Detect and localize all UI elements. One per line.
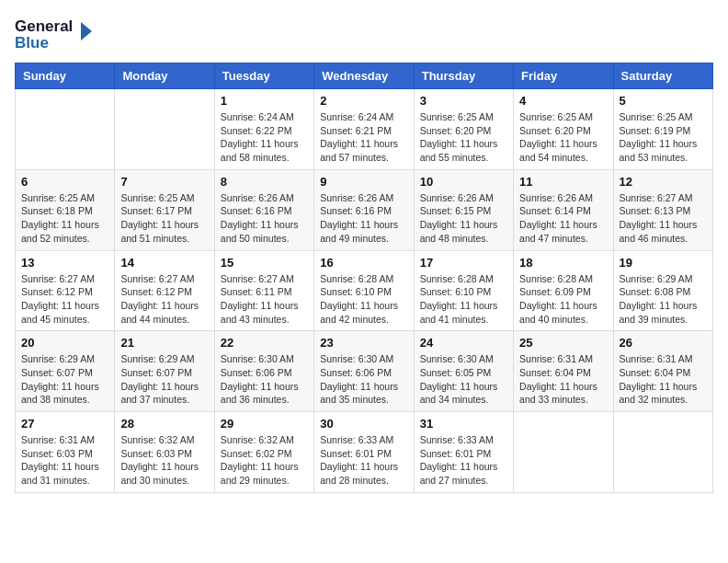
day-number: 9: [320, 175, 407, 189]
day-cell: 3Sunrise: 6:25 AM Sunset: 6:20 PM Daylig…: [414, 89, 513, 170]
day-header-saturday: Saturday: [613, 63, 712, 89]
day-detail: Sunrise: 6:30 AM Sunset: 6:05 PM Dayligh…: [420, 352, 507, 407]
day-detail: Sunrise: 6:25 AM Sunset: 6:18 PM Dayligh…: [21, 191, 108, 246]
day-cell: 6Sunrise: 6:25 AM Sunset: 6:18 PM Daylig…: [16, 169, 115, 250]
week-row-1: 1Sunrise: 6:24 AM Sunset: 6:22 PM Daylig…: [16, 89, 713, 170]
day-detail: Sunrise: 6:25 AM Sunset: 6:19 PM Dayligh…: [620, 110, 707, 165]
day-detail: Sunrise: 6:30 AM Sunset: 6:06 PM Dayligh…: [221, 352, 308, 407]
day-number: 14: [120, 256, 208, 270]
day-cell: 15Sunrise: 6:27 AM Sunset: 6:11 PM Dayli…: [214, 250, 313, 331]
logo: GeneralBlue: [15, 15, 97, 52]
svg-text:Blue: Blue: [15, 34, 49, 52]
week-row-2: 6Sunrise: 6:25 AM Sunset: 6:18 PM Daylig…: [16, 169, 713, 250]
day-detail: Sunrise: 6:31 AM Sunset: 6:04 PM Dayligh…: [519, 352, 607, 407]
day-cell: 30Sunrise: 6:33 AM Sunset: 6:01 PM Dayli…: [314, 412, 414, 493]
day-detail: Sunrise: 6:30 AM Sunset: 6:06 PM Dayligh…: [320, 352, 407, 407]
day-number: 5: [620, 94, 707, 108]
day-cell: [115, 89, 214, 170]
day-number: 30: [320, 417, 407, 431]
day-cell: 10Sunrise: 6:26 AM Sunset: 6:15 PM Dayli…: [414, 169, 513, 250]
day-cell: 8Sunrise: 6:26 AM Sunset: 6:16 PM Daylig…: [214, 169, 313, 250]
day-header-monday: Monday: [115, 63, 214, 89]
day-detail: Sunrise: 6:24 AM Sunset: 6:21 PM Dayligh…: [320, 110, 407, 165]
day-number: 24: [420, 336, 507, 350]
day-number: 3: [420, 94, 507, 108]
day-header-wednesday: Wednesday: [314, 63, 414, 89]
day-number: 22: [221, 336, 308, 350]
calendar-table: SundayMondayTuesdayWednesdayThursdayFrid…: [15, 63, 713, 493]
day-cell: 9Sunrise: 6:26 AM Sunset: 6:16 PM Daylig…: [314, 169, 414, 250]
day-number: 7: [120, 175, 208, 189]
day-cell: 17Sunrise: 6:28 AM Sunset: 6:10 PM Dayli…: [414, 250, 513, 331]
day-cell: 31Sunrise: 6:33 AM Sunset: 6:01 PM Dayli…: [414, 412, 513, 493]
day-detail: Sunrise: 6:25 AM Sunset: 6:17 PM Dayligh…: [120, 191, 208, 246]
day-number: 18: [519, 256, 607, 270]
days-header-row: SundayMondayTuesdayWednesdayThursdayFrid…: [16, 63, 713, 89]
day-number: 29: [221, 417, 308, 431]
day-header-tuesday: Tuesday: [214, 63, 313, 89]
logo-svg: GeneralBlue: [15, 15, 97, 52]
day-number: 15: [221, 256, 308, 270]
day-number: 11: [519, 175, 607, 189]
day-number: 21: [120, 336, 208, 350]
day-detail: Sunrise: 6:25 AM Sunset: 6:20 PM Dayligh…: [420, 110, 507, 165]
day-cell: 7Sunrise: 6:25 AM Sunset: 6:17 PM Daylig…: [115, 169, 214, 250]
day-number: 13: [21, 256, 108, 270]
week-row-5: 27Sunrise: 6:31 AM Sunset: 6:03 PM Dayli…: [16, 412, 713, 493]
day-cell: 22Sunrise: 6:30 AM Sunset: 6:06 PM Dayli…: [214, 331, 313, 412]
day-number: 8: [221, 175, 308, 189]
day-number: 23: [320, 336, 407, 350]
day-cell: 27Sunrise: 6:31 AM Sunset: 6:03 PM Dayli…: [16, 412, 115, 493]
day-detail: Sunrise: 6:27 AM Sunset: 6:12 PM Dayligh…: [21, 272, 108, 327]
day-cell: 19Sunrise: 6:29 AM Sunset: 6:08 PM Dayli…: [613, 250, 712, 331]
day-number: 2: [320, 94, 407, 108]
week-row-4: 20Sunrise: 6:29 AM Sunset: 6:07 PM Dayli…: [16, 331, 713, 412]
day-number: 10: [420, 175, 507, 189]
day-cell: 26Sunrise: 6:31 AM Sunset: 6:04 PM Dayli…: [613, 331, 712, 412]
day-cell: 11Sunrise: 6:26 AM Sunset: 6:14 PM Dayli…: [514, 169, 613, 250]
week-row-3: 13Sunrise: 6:27 AM Sunset: 6:12 PM Dayli…: [16, 250, 713, 331]
day-number: 12: [620, 175, 707, 189]
day-detail: Sunrise: 6:33 AM Sunset: 6:01 PM Dayligh…: [420, 433, 507, 488]
day-cell: [514, 412, 613, 493]
day-number: 19: [620, 256, 707, 270]
day-cell: [16, 89, 115, 170]
day-detail: Sunrise: 6:29 AM Sunset: 6:07 PM Dayligh…: [21, 352, 108, 407]
day-cell: 4Sunrise: 6:25 AM Sunset: 6:20 PM Daylig…: [514, 89, 613, 170]
day-detail: Sunrise: 6:29 AM Sunset: 6:08 PM Dayligh…: [620, 272, 707, 327]
day-detail: Sunrise: 6:26 AM Sunset: 6:14 PM Dayligh…: [519, 191, 607, 246]
day-cell: 29Sunrise: 6:32 AM Sunset: 6:02 PM Dayli…: [214, 412, 313, 493]
day-cell: 21Sunrise: 6:29 AM Sunset: 6:07 PM Dayli…: [115, 331, 214, 412]
day-detail: Sunrise: 6:28 AM Sunset: 6:10 PM Dayligh…: [320, 272, 407, 327]
day-cell: 28Sunrise: 6:32 AM Sunset: 6:03 PM Dayli…: [115, 412, 214, 493]
day-number: 28: [120, 417, 208, 431]
day-cell: 24Sunrise: 6:30 AM Sunset: 6:05 PM Dayli…: [414, 331, 513, 412]
day-cell: 25Sunrise: 6:31 AM Sunset: 6:04 PM Dayli…: [514, 331, 613, 412]
day-number: 31: [420, 417, 507, 431]
day-detail: Sunrise: 6:26 AM Sunset: 6:16 PM Dayligh…: [221, 191, 308, 246]
day-detail: Sunrise: 6:29 AM Sunset: 6:07 PM Dayligh…: [120, 352, 208, 407]
day-detail: Sunrise: 6:26 AM Sunset: 6:16 PM Dayligh…: [320, 191, 407, 246]
page-header: GeneralBlue: [15, 15, 713, 52]
day-number: 27: [21, 417, 108, 431]
day-cell: [613, 412, 712, 493]
day-cell: 1Sunrise: 6:24 AM Sunset: 6:22 PM Daylig…: [214, 89, 313, 170]
day-header-sunday: Sunday: [16, 63, 115, 89]
day-cell: 16Sunrise: 6:28 AM Sunset: 6:10 PM Dayli…: [314, 250, 414, 331]
day-detail: Sunrise: 6:27 AM Sunset: 6:12 PM Dayligh…: [120, 272, 208, 327]
day-header-thursday: Thursday: [414, 63, 513, 89]
day-detail: Sunrise: 6:33 AM Sunset: 6:01 PM Dayligh…: [320, 433, 407, 488]
day-detail: Sunrise: 6:28 AM Sunset: 6:09 PM Dayligh…: [519, 272, 607, 327]
day-cell: 13Sunrise: 6:27 AM Sunset: 6:12 PM Dayli…: [16, 250, 115, 331]
day-detail: Sunrise: 6:32 AM Sunset: 6:02 PM Dayligh…: [221, 433, 308, 488]
day-detail: Sunrise: 6:32 AM Sunset: 6:03 PM Dayligh…: [120, 433, 208, 488]
day-cell: 5Sunrise: 6:25 AM Sunset: 6:19 PM Daylig…: [613, 89, 712, 170]
day-detail: Sunrise: 6:28 AM Sunset: 6:10 PM Dayligh…: [420, 272, 507, 327]
day-cell: 12Sunrise: 6:27 AM Sunset: 6:13 PM Dayli…: [613, 169, 712, 250]
day-cell: 20Sunrise: 6:29 AM Sunset: 6:07 PM Dayli…: [16, 331, 115, 412]
day-cell: 2Sunrise: 6:24 AM Sunset: 6:21 PM Daylig…: [314, 89, 414, 170]
day-number: 6: [21, 175, 108, 189]
day-detail: Sunrise: 6:25 AM Sunset: 6:20 PM Dayligh…: [519, 110, 607, 165]
day-number: 26: [620, 336, 707, 350]
day-number: 4: [519, 94, 607, 108]
